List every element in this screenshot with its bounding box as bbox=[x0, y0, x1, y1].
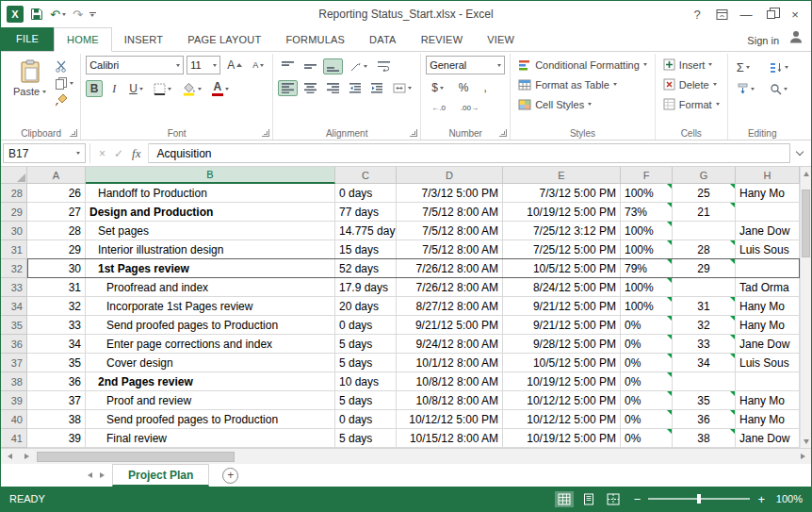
cell-G40[interactable]: 36 bbox=[673, 410, 736, 429]
tab-review[interactable]: REVIEW bbox=[409, 27, 476, 51]
align-left-button[interactable] bbox=[278, 80, 298, 96]
cell-D33[interactable]: 7/26/12 8:00 AM bbox=[397, 278, 503, 297]
cell-F34[interactable]: 100% bbox=[621, 297, 673, 316]
cell-A37[interactable]: 35 bbox=[27, 354, 86, 372]
paste-button[interactable]: Paste bbox=[7, 56, 53, 101]
cell-F40[interactable]: 0% bbox=[621, 410, 673, 429]
cell-C30[interactable]: 14.775 day bbox=[335, 222, 397, 240]
vertical-scrollbar[interactable] bbox=[800, 167, 811, 448]
tab-view[interactable]: VIEW bbox=[475, 27, 527, 51]
cell-C37[interactable]: 5 days bbox=[335, 354, 397, 372]
zoom-level[interactable]: 100% bbox=[772, 493, 803, 504]
zoom-slider[interactable] bbox=[648, 498, 750, 500]
align-bottom-button[interactable] bbox=[323, 58, 343, 74]
user-avatar-icon[interactable] bbox=[788, 29, 811, 51]
formula-input[interactable]: Acquisition bbox=[149, 143, 790, 163]
cell-H33[interactable]: Tad Orma bbox=[736, 278, 800, 297]
cell-A39[interactable]: 37 bbox=[27, 391, 86, 410]
cell-H30[interactable]: Jane Dow bbox=[736, 222, 800, 240]
cell-C38[interactable]: 10 days bbox=[335, 372, 397, 391]
new-sheet-button[interactable]: + bbox=[222, 468, 238, 484]
italic-button[interactable]: I bbox=[106, 80, 122, 97]
cell-H34[interactable]: Hany Mo bbox=[736, 297, 800, 316]
cut-button[interactable] bbox=[53, 58, 75, 74]
cell-A29[interactable]: 27 bbox=[27, 203, 86, 222]
cell-B39[interactable]: Proof and review bbox=[86, 391, 335, 410]
align-center-button[interactable] bbox=[300, 80, 320, 96]
cell-D29[interactable]: 7/5/12 8:00 AM bbox=[397, 203, 503, 222]
cell-E41[interactable]: 10/19/12 5:00 PM bbox=[503, 429, 621, 448]
tab-data[interactable]: DATA bbox=[357, 27, 409, 51]
close-button[interactable]: × bbox=[783, 4, 807, 25]
name-box[interactable]: B17 bbox=[3, 143, 86, 163]
cell-C32[interactable]: 52 days bbox=[335, 259, 397, 278]
cell-B34[interactable]: Incorporate 1st Pages review bbox=[86, 297, 335, 316]
cell-H32[interactable] bbox=[736, 259, 800, 278]
alignment-dialog-launcher[interactable] bbox=[410, 129, 417, 137]
format-cells-button[interactable]: Format bbox=[660, 95, 723, 113]
cell-D30[interactable]: 7/5/12 8:00 AM bbox=[397, 222, 503, 240]
cell-F39[interactable]: 0% bbox=[621, 391, 673, 410]
increase-indent-button[interactable] bbox=[367, 80, 386, 96]
next-sheet-button[interactable] bbox=[100, 472, 105, 478]
cell-A32[interactable]: 30 bbox=[27, 259, 86, 278]
cell-A34[interactable]: 32 bbox=[27, 297, 86, 316]
row-header-39[interactable]: 39 bbox=[1, 391, 27, 410]
cell-E29[interactable]: 10/19/12 5:00 PM bbox=[503, 203, 621, 222]
clipboard-dialog-launcher[interactable] bbox=[70, 129, 77, 137]
cell-C41[interactable]: 5 days bbox=[335, 429, 397, 448]
cell-styles-button[interactable]: Cell Styles bbox=[515, 95, 650, 113]
cell-B32[interactable]: 1st Pages review bbox=[86, 259, 335, 278]
cell-G32[interactable]: 29 bbox=[673, 259, 736, 278]
cell-G30[interactable] bbox=[673, 222, 736, 240]
cell-G31[interactable]: 28 bbox=[673, 240, 736, 259]
cell-F32[interactable]: 79% bbox=[621, 259, 673, 278]
cell-A41[interactable]: 39 bbox=[27, 429, 86, 448]
cell-A33[interactable]: 31 bbox=[27, 278, 86, 297]
cell-H40[interactable]: Hany Mo bbox=[736, 410, 800, 429]
cell-E40[interactable]: 10/12/12 5:00 PM bbox=[503, 410, 621, 429]
tab-file[interactable]: FILE bbox=[1, 26, 54, 51]
cell-G39[interactable]: 35 bbox=[673, 391, 736, 410]
cell-F41[interactable]: 0% bbox=[621, 429, 673, 448]
scroll-left-button[interactable] bbox=[1, 449, 18, 464]
column-header-a[interactable]: A bbox=[27, 167, 86, 184]
cell-C28[interactable]: 0 days bbox=[335, 184, 397, 203]
minimize-button[interactable]: — bbox=[734, 4, 758, 25]
row-header-36[interactable]: 36 bbox=[1, 335, 27, 354]
tab-page-layout[interactable]: PAGE LAYOUT bbox=[175, 27, 273, 51]
cell-E34[interactable]: 9/21/12 5:00 PM bbox=[503, 297, 621, 316]
cell-E33[interactable]: 8/24/12 5:00 PM bbox=[503, 278, 621, 297]
delete-cells-button[interactable]: Delete bbox=[660, 75, 723, 93]
row-header-30[interactable]: 30 bbox=[1, 222, 27, 240]
percent-style-button[interactable]: % bbox=[455, 78, 473, 97]
cell-A31[interactable]: 29 bbox=[27, 240, 86, 259]
accounting-format-button[interactable]: $ bbox=[428, 78, 447, 97]
cell-G36[interactable]: 33 bbox=[673, 335, 736, 354]
scroll-right-end-button[interactable] bbox=[794, 449, 811, 464]
cell-F29[interactable]: 73% bbox=[621, 203, 673, 222]
normal-view-button[interactable] bbox=[555, 491, 574, 507]
increase-decimal-button[interactable]: ←.0 bbox=[428, 101, 449, 115]
cell-E39[interactable]: 10/12/12 5:00 PM bbox=[503, 391, 621, 410]
cell-D31[interactable]: 7/5/12 8:00 AM bbox=[397, 240, 503, 259]
merge-center-button[interactable] bbox=[389, 80, 415, 96]
expand-formula-bar-button[interactable] bbox=[790, 143, 809, 163]
cell-E37[interactable]: 10/5/12 5:00 PM bbox=[503, 354, 621, 372]
fill-color-button[interactable] bbox=[178, 79, 205, 99]
scroll-right-button[interactable] bbox=[18, 449, 35, 464]
zoom-in-button[interactable]: + bbox=[757, 493, 765, 505]
cell-G37[interactable]: 34 bbox=[673, 354, 736, 372]
align-middle-button[interactable] bbox=[300, 58, 320, 74]
scroll-up-button[interactable] bbox=[801, 167, 811, 180]
cell-A40[interactable]: 38 bbox=[27, 410, 86, 429]
cell-D32[interactable]: 7/26/12 8:00 AM bbox=[397, 259, 503, 278]
cell-G33[interactable] bbox=[673, 278, 736, 297]
format-painter-button[interactable] bbox=[53, 92, 75, 107]
row-header-38[interactable]: 38 bbox=[1, 372, 27, 391]
cell-B31[interactable]: Interior illustration design bbox=[86, 240, 335, 259]
cell-H37[interactable]: Luis Sous bbox=[736, 354, 800, 372]
cell-E31[interactable]: 7/25/12 5:00 PM bbox=[503, 240, 621, 259]
decrease-decimal-button[interactable]: .00→ bbox=[457, 101, 482, 115]
cell-C36[interactable]: 5 days bbox=[335, 335, 397, 354]
